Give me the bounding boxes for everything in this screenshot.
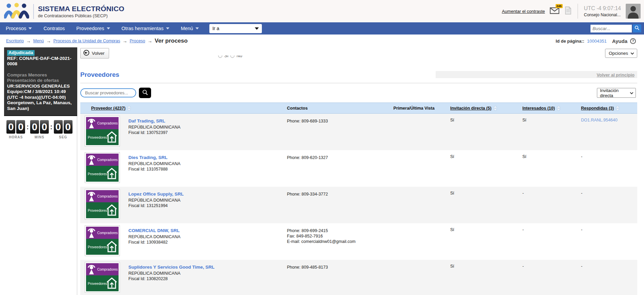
back-button-label: Volver <box>92 51 105 56</box>
timer-seg-label: SEG <box>59 135 67 139</box>
main-navbar: Procesos Contratos Proveedores Otras her… <box>0 22 644 35</box>
chevron-down-icon <box>631 51 634 54</box>
process-status-panel: Adjudicada REF: CONAPE-DAF-CM-2021-0008 … <box>4 47 77 116</box>
nav-contratos-label: Contratos <box>43 26 65 31</box>
provider-badge: Compradores Proveedores <box>85 116 120 146</box>
nav-menu-label: Menú <box>181 26 193 31</box>
first-last-view <box>385 150 443 187</box>
countdown-timer: 0 0 HORAS : 0 0 MINS : 0 0 SEG <box>0 120 77 139</box>
svg-text:Compradores: Compradores <box>97 268 118 271</box>
back-to-top-band: Volver al principio <box>436 71 637 78</box>
col-primera-ultima-vista: Primera/Última Vista <box>385 106 443 111</box>
process-phase: Presentación de ofertas <box>7 78 74 84</box>
invitation-filter-value: Invitación directa <box>600 88 630 98</box>
header-right-cluster: Aumentar el contraste 245 <box>502 0 641 22</box>
process-reference: REF: CONAPE-DAF-CM-2021-0008 <box>7 56 74 67</box>
radio-no[interactable] <box>230 55 234 58</box>
providers-table-header: Proveedor (4237) Contactos Primera/Últim… <box>80 103 637 114</box>
breadcrumb-menu[interactable]: Menú <box>33 39 44 43</box>
main-content: Volver Opciones Sí No Proveedores Volver… <box>78 47 644 295</box>
timer-hours-label: HORAS <box>9 135 23 139</box>
nav-otras-herramientas[interactable]: Otras herramientas <box>116 22 175 35</box>
page-id-label: Id de página:: <box>556 39 584 44</box>
provider-country: REPÚBLICA DOMINICANA <box>128 198 184 203</box>
sort-icon[interactable] <box>127 106 131 111</box>
sort-icon[interactable] <box>557 106 560 111</box>
goto-select-value: Ir a <box>212 26 219 31</box>
nav-procesos[interactable]: Procesos <box>0 22 38 35</box>
increase-contrast-link[interactable]: Aumentar el contraste <box>502 9 545 14</box>
svg-text:Compradores: Compradores <box>97 121 118 125</box>
breadcrumb-arrow-icon: → <box>123 38 127 44</box>
invited-value: Sí <box>443 223 514 260</box>
breadcrumb-arrow-icon: → <box>26 38 31 44</box>
svg-text:Compradores: Compradores <box>97 231 118 235</box>
document-icon[interactable] <box>565 6 572 16</box>
interested-value: Sí <box>514 114 575 150</box>
messages-button[interactable]: 245 <box>550 7 560 16</box>
providers-search-input[interactable] <box>80 88 136 97</box>
provider-country: REPÚBLICA DOMINICANA <box>128 271 214 276</box>
section-title: Proveedores <box>80 71 119 78</box>
provider-name-link[interactable]: Lopez Office Supply, SRL <box>128 191 184 197</box>
provider-badge: Compradores Proveedores <box>85 225 120 256</box>
breadcrumb-proceso[interactable]: Proceso <box>130 39 145 43</box>
brand-divider <box>33 4 34 19</box>
brand: SISTEMA ELECTRÓNICO de Contrataciones Pú… <box>4 3 124 20</box>
provider-name-link[interactable]: COMERCIAL DNW, SRL <box>128 228 180 233</box>
svg-text:Proveedores: Proveedores <box>88 172 107 176</box>
provider-fiscal-id: Fiscal Id: 131057888 <box>128 166 181 172</box>
breadcrumb-arrow-icon: → <box>46 38 51 44</box>
nav-proveedores[interactable]: Proveedores <box>70 22 116 35</box>
sort-icon[interactable] <box>494 106 497 111</box>
breadcrumb-escritorio[interactable]: Escritorio <box>6 39 24 43</box>
help-question-icon[interactable]: ? <box>630 38 636 44</box>
provider-name-link[interactable]: Daf Trading, SRL <box>128 118 165 124</box>
help-link[interactable]: Ayuda <box>612 38 627 44</box>
provider-country: REPÚBLICA DOMINICANA <box>128 161 181 166</box>
provider-name-link[interactable]: Dies Trading, SRL <box>128 155 168 160</box>
col-respondidas[interactable]: Respondidas (3) <box>575 106 637 111</box>
provider-badge: Compradores Proveedores <box>85 262 120 293</box>
user-organization: Consejo Nacional... <box>584 13 621 17</box>
brand-subtitle: de Contrataciones Públicas (SECP) <box>38 13 124 18</box>
timer-mins-label: MINS <box>35 135 44 139</box>
responded-link[interactable]: DO1.RANL.954640 <box>581 118 618 122</box>
breadcrumb-procesos-unidad[interactable]: Procesos de la Unidad de Compras <box>53 39 120 43</box>
provider-country: REPÚBLICA DOMINICANA <box>128 234 181 240</box>
global-search-input[interactable] <box>590 25 632 32</box>
page-id-value[interactable]: 10004351 <box>587 39 607 44</box>
global-search-button[interactable] <box>633 24 641 32</box>
interested-value: - <box>514 223 575 260</box>
provider-fiscal-id: Fiscal Id: 130938482 <box>128 240 181 245</box>
sort-icon[interactable] <box>616 106 619 111</box>
radio-si[interactable] <box>218 55 222 58</box>
nav-menu[interactable]: Menú <box>175 22 205 35</box>
timer-digit: 0 <box>64 120 72 134</box>
provider-fax: Fax: 849-852-7916 <box>287 233 385 239</box>
options-button[interactable]: Opciones <box>605 49 637 58</box>
avatar[interactable] <box>626 4 641 19</box>
back-button[interactable]: Volver <box>80 48 109 59</box>
provider-phone: Phone: 809-689-1333 <box>287 118 385 124</box>
provider-badge: Compradores Proveedores <box>85 152 120 183</box>
timer-digit: 0 <box>16 120 25 134</box>
col-interesados[interactable]: Interesados (10) <box>514 106 575 111</box>
col-respondidas-label: Respondidas (3) <box>581 106 614 111</box>
goto-select[interactable]: Ir a <box>209 24 262 33</box>
first-last-view <box>385 187 443 223</box>
back-to-top-link[interactable]: Volver al principio <box>597 72 635 77</box>
breadcrumb-arrow-icon: → <box>148 38 152 44</box>
col-proveedor[interactable]: Proveedor (4237) <box>80 106 285 111</box>
global-search <box>590 24 641 32</box>
nav-contratos[interactable]: Contratos <box>38 22 70 35</box>
provider-name-link[interactable]: Suplidores Y Servicios Good Time, SRL <box>128 265 214 270</box>
provider-fiscal-id: Fiscal Id: 130752397 <box>128 130 181 135</box>
providers-search-button[interactable] <box>139 88 151 98</box>
chevron-down-icon <box>28 27 32 29</box>
invitation-filter-select[interactable]: Invitación directa <box>597 88 636 98</box>
col-invitacion-directa[interactable]: Invitación directa (5) <box>443 106 514 111</box>
first-last-view <box>385 114 443 150</box>
interested-value: - <box>514 260 575 295</box>
col-interesados-label: Interesados (10) <box>522 106 555 111</box>
